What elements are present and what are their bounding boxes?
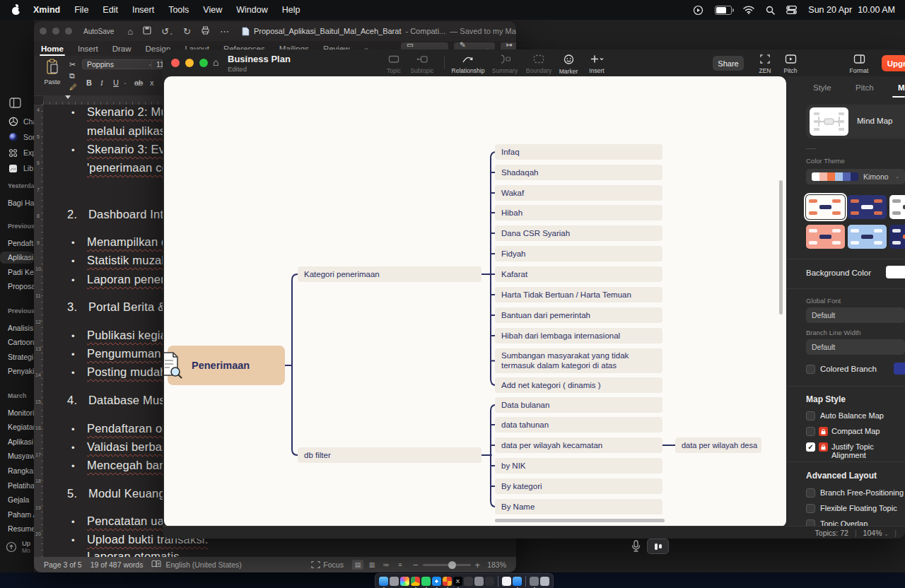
chatgpt-nav-sor[interactable]: Sor [0, 131, 35, 143]
indent-marker[interactable] [65, 95, 71, 99]
theme-thumbnail-4[interactable] [806, 225, 845, 249]
theme-thumbnail-6[interactable] [889, 225, 905, 249]
cut-icon[interactable]: ✂ [69, 60, 76, 69]
free-positioning-checkbox[interactable] [806, 488, 815, 498]
subscript-button[interactable]: x [150, 78, 154, 87]
menu-view[interactable]: View [196, 5, 229, 15]
chat-item[interactable]: Monitori [0, 406, 35, 418]
theme-thumbnail-1[interactable] [806, 195, 845, 219]
home-icon[interactable]: ⌂ [127, 26, 133, 37]
page-indicator[interactable]: Page 3 of 5 [44, 560, 82, 569]
zoom-percent[interactable]: 183% [487, 560, 506, 569]
zoom-slider[interactable] [423, 564, 471, 566]
tab-insert[interactable]: Insert [71, 41, 105, 56]
chat-item[interactable]: Pendafta [0, 237, 35, 249]
dock-pinwheel-icon[interactable] [443, 577, 452, 586]
dock-window-icon[interactable] [530, 577, 539, 586]
control-center-icon[interactable] [786, 6, 797, 14]
chat-item[interactable]: Pelatihan [0, 479, 35, 491]
upgrade-plan-item[interactable]: UpMo [6, 540, 30, 554]
topic-grandchild[interactable]: data per wilayah desa [675, 437, 761, 453]
subtopic[interactable]: Hibah dari lembaga internasional [495, 328, 662, 343]
xmind-minimize-button[interactable] [185, 59, 194, 67]
chatgpt-nav-lib[interactable]: Lib [0, 162, 35, 175]
input-switcher-control[interactable] [647, 539, 669, 554]
dock-camera-icon[interactable] [474, 577, 484, 586]
underline-button[interactable]: U [113, 78, 119, 87]
proofing-icon[interactable] [151, 560, 161, 570]
dock-safari-icon[interactable] [432, 577, 441, 586]
structure-row[interactable]: Mind Map [806, 105, 905, 139]
horizontal-scrollbar[interactable] [495, 519, 665, 522]
dock-photos-icon[interactable] [400, 577, 409, 586]
subtopic[interactable]: Bantuan dari pemerintah [495, 307, 662, 323]
upgrade-button[interactable]: Upgrade [882, 55, 905, 71]
pitch-button[interactable]: Pitch [772, 54, 809, 75]
apple-icon[interactable] [11, 6, 21, 15]
xmind-share-button[interactable]: Share [713, 56, 744, 71]
mindmap-canvas[interactable]: Penerimaan Kategori penerimaan db filter… [164, 76, 786, 527]
chat-item[interactable]: Paham A [0, 508, 35, 520]
subtopic[interactable]: Sumbangan masyarakat yang tidak termasuk… [495, 348, 662, 373]
menu-xmind[interactable]: Xmind [26, 5, 67, 15]
zoom-out-button[interactable]: − [413, 560, 419, 570]
chat-item[interactable]: Padi Ken [0, 266, 35, 278]
subtopic[interactable]: Add net kategori ( dinamis ) [495, 377, 662, 393]
bold-button[interactable]: B [86, 78, 92, 87]
menu-insert[interactable]: Insert [125, 5, 161, 15]
tool-relationship-button[interactable]: Relationship [450, 54, 486, 75]
subtopic[interactable]: data tahunan [495, 417, 662, 433]
panel-tab-pitch[interactable]: Pitch [856, 83, 874, 92]
tab-home[interactable]: Home [34, 41, 71, 56]
panel-tab-map[interactable]: Map [898, 83, 905, 92]
theme-thumbnail-5[interactable] [848, 225, 887, 249]
dock-x-app-icon[interactable]: X [453, 577, 462, 586]
dock-chrome-icon[interactable] [411, 577, 420, 586]
chatgpt-nav-exp[interactable]: Exp [0, 146, 35, 159]
chat-item[interactable]: Proposa [0, 281, 35, 293]
font-name-select[interactable]: Poppins⌄ [82, 59, 157, 69]
chat-item[interactable]: Musyawa [0, 450, 35, 462]
chat-item[interactable]: Cartoon [0, 336, 35, 348]
screen-record-icon[interactable] [693, 5, 703, 16]
dock-pages-icon[interactable] [502, 577, 511, 586]
more-icon[interactable]: ⋯ [220, 26, 229, 37]
subtopic[interactable]: Infaq [495, 144, 662, 160]
zoom-in-button[interactable]: + [475, 560, 481, 570]
subtopic[interactable]: data per wilayah kecamatan [495, 437, 662, 453]
dock-launchpad-icon[interactable] [390, 577, 399, 586]
dock-trash-icon[interactable] [540, 577, 549, 586]
microphone-icon[interactable] [631, 540, 641, 555]
attachment-icon[interactable] [164, 351, 182, 383]
save-icon[interactable] [143, 26, 151, 37]
topic-central[interactable]: Penerimaan [168, 346, 285, 385]
topic-kategori[interactable]: Kategori penerimaan [298, 266, 481, 282]
xmind-home-icon[interactable]: ⌂ [213, 57, 218, 68]
auto-balance-checkbox[interactable] [806, 411, 815, 421]
chat-item[interactable]: Strategi [0, 351, 35, 363]
justify-checkbox[interactable]: ✓ [806, 442, 815, 452]
view-outline-icon[interactable]: ≔ [380, 560, 392, 570]
dock-notes-icon[interactable] [464, 577, 473, 586]
format-button[interactable]: Format [841, 54, 877, 75]
tool-insert-button[interactable]: Insert [578, 54, 615, 75]
chat-item[interactable]: Aplikasi [0, 252, 34, 264]
menu-help[interactable]: Help [275, 5, 308, 15]
view-print-icon[interactable]: ▥ [366, 560, 378, 570]
subtopic[interactable]: Fidyah [495, 246, 662, 261]
chat-item[interactable]: Resume [0, 523, 35, 535]
theme-thumbnail-3[interactable] [889, 195, 905, 219]
dock-phone-icon[interactable] [485, 577, 494, 586]
vertical-scrollbar[interactable] [779, 180, 783, 314]
italic-button[interactable]: I [100, 78, 103, 87]
tab-draw[interactable]: Draw [105, 41, 139, 56]
subtopic[interactable]: By Name [495, 499, 662, 514]
focus-label[interactable]: Focus [323, 560, 344, 569]
colored-branch-swatch[interactable] [894, 363, 905, 375]
spotlight-icon[interactable] [766, 6, 775, 15]
subtopic[interactable]: Kafarat [495, 266, 662, 282]
dock-whatsapp-icon[interactable] [421, 577, 431, 586]
background-color-swatch[interactable] [886, 266, 905, 278]
global-font-select[interactable]: Default [806, 307, 905, 323]
subtopic[interactable]: by NIK [495, 458, 662, 474]
